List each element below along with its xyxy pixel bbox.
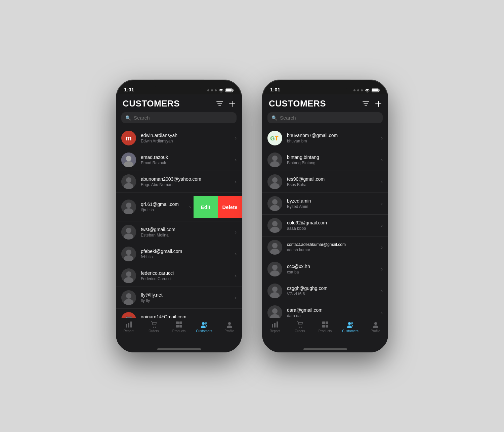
avatar (267, 153, 282, 167)
item-email: pfebeki@gmail.com (141, 249, 235, 254)
svg-point-94 (347, 326, 352, 328)
item-name: Esteban Molina (141, 233, 235, 237)
item-info: emad.razouk Emad Razouk (141, 155, 235, 165)
nav-label-orders: Orders (295, 329, 305, 333)
item-info: goigarg1@Gmail.com goi garg (141, 314, 235, 318)
avatar: m (121, 131, 136, 145)
list-item[interactable]: twst@gmail.com Esteban Molina › (116, 221, 242, 243)
svg-point-73 (272, 265, 278, 270)
nav-products-left[interactable]: Products (166, 321, 192, 333)
avatar (267, 218, 282, 233)
item-name: csa ba (287, 270, 381, 274)
list-item[interactable]: czggh@gughg.com VG zf f6 6 › (262, 280, 388, 302)
svg-point-21 (126, 250, 131, 255)
nav-customers-left[interactable]: Customers (192, 321, 217, 333)
status-icons-left (207, 88, 234, 93)
search-input-left[interactable] (134, 115, 233, 121)
list-item[interactable]: dara@gmail.com dara da › (262, 302, 388, 318)
svg-rect-50 (364, 103, 368, 104)
nav-products-right[interactable]: Products (312, 321, 338, 333)
customers-icon (346, 321, 354, 328)
item-name: iğrul sh (141, 208, 189, 212)
list-item[interactable]: abunoman2003@yahoo.com Engr. Abu Noman › (116, 171, 242, 193)
add-icon-left[interactable] (229, 101, 235, 107)
customer-list-right: G T bhuvanbm7@gmail.com bhuvan bm › (262, 127, 388, 318)
add-icon-right[interactable] (375, 101, 381, 107)
chevron-icon: › (235, 157, 237, 163)
nav-label-profile: Profile (224, 329, 234, 333)
list-item[interactable]: pfebeki@gmail.com febi tio › (116, 243, 242, 265)
svg-rect-92 (326, 325, 328, 328)
nav-report-left[interactable]: Report (116, 321, 141, 333)
battery-icon-right (372, 88, 380, 92)
edit-button[interactable]: Edit (194, 196, 218, 218)
search-bar-left[interactable]: 🔍 (121, 112, 237, 123)
avatar-default-svg (267, 262, 282, 276)
customers-icon (200, 321, 208, 328)
item-name: dara da (287, 313, 381, 318)
svg-point-27 (126, 293, 131, 299)
avatar-default-svg (267, 240, 282, 255)
nav-orders-right[interactable]: Orders (287, 321, 312, 333)
svg-point-45 (227, 326, 232, 328)
nav-label-products: Products (172, 329, 185, 333)
list-item[interactable]: emad.razouk Emad Razouk › (116, 149, 242, 171)
nav-orders-left[interactable]: Orders (141, 321, 166, 333)
orders-icon (296, 321, 304, 328)
list-item[interactable]: bintang.bintang Bintang Bintang › (262, 149, 388, 171)
svg-text:G: G (270, 135, 275, 142)
chevron-icon: › (381, 245, 383, 250)
item-name: adesh kumar (287, 248, 381, 252)
nav-customers-right[interactable]: Customers (338, 321, 363, 333)
search-input-right[interactable] (280, 115, 379, 121)
list-item[interactable]: 🎮 goigarg1@Gmail.com goi garg › (116, 309, 242, 318)
svg-rect-47 (379, 90, 380, 91)
nav-label-profile: Profile (371, 329, 380, 333)
item-info: twst@gmail.com Esteban Molina (141, 227, 235, 237)
avatar-default-svg (267, 305, 282, 318)
nav-profile-right[interactable]: Profile (363, 321, 388, 333)
filter-icon-right[interactable] (363, 101, 369, 106)
svg-rect-40 (179, 325, 182, 328)
list-item[interactable]: tes90@gmail.com Bsbs Baha › (262, 171, 388, 193)
item-info: pfebeki@gmail.com febi tio (141, 249, 235, 259)
svg-rect-2 (226, 89, 232, 92)
item-email: fly@fly.net (141, 292, 235, 298)
avatar-default-svg (267, 218, 282, 233)
orders-icon (150, 321, 158, 328)
svg-point-24 (126, 271, 131, 277)
list-item[interactable]: federico.carucci Federico Carucci › (116, 265, 242, 287)
item-name: Federico Carucci (141, 276, 235, 281)
page-title-right: CUSTOMERS (269, 98, 326, 109)
list-item[interactable]: fly@fly.net fly fly › (116, 287, 242, 309)
list-item-swipe[interactable]: qrl.61@gmail.com iğrul sh › Edit Delete (116, 193, 242, 221)
status-time-right: 1:01 (270, 87, 280, 93)
chevron-icon: › (381, 135, 383, 141)
item-info: federico.carucci Federico Carucci (141, 270, 235, 281)
avatar (121, 200, 136, 214)
list-item[interactable]: colo92@gmail.com aaaa bbbb › (262, 215, 388, 236)
list-item[interactable]: G T bhuvanbm7@gmail.com bhuvan bm › (262, 127, 388, 149)
list-item[interactable]: byzed.amin Byzed Amin › (262, 193, 388, 215)
list-item[interactable]: m edwin.ardiansyah Edwin Ardiansyah › (116, 127, 242, 149)
list-item[interactable]: contact.adeshkumar@gmail.com adesh kumar… (262, 236, 388, 258)
header-actions-left (216, 101, 235, 107)
nav-report-right[interactable]: Report (262, 321, 287, 333)
item-email: colo92@gmail.com (287, 220, 381, 225)
item-info: colo92@gmail.com aaaa bbbb (287, 220, 381, 231)
nav-label-orders: Orders (149, 329, 159, 333)
avatar-default-svg (121, 174, 136, 189)
filter-icon-left[interactable] (216, 101, 223, 106)
search-bar-right[interactable]: 🔍 (267, 112, 383, 123)
avatar (267, 196, 282, 211)
svg-point-88 (301, 327, 302, 328)
status-icons-right (353, 88, 380, 93)
avatar-letter: m (126, 134, 132, 142)
avatar-default-svg (121, 247, 136, 261)
svg-point-61 (272, 177, 278, 183)
svg-rect-48 (372, 89, 378, 92)
item-email: bintang.bintang (287, 155, 381, 160)
nav-profile-left[interactable]: Profile (217, 321, 242, 333)
list-item[interactable]: ccc@xx.hh csa ba › (262, 258, 388, 280)
delete-button[interactable]: Delete (218, 196, 242, 218)
